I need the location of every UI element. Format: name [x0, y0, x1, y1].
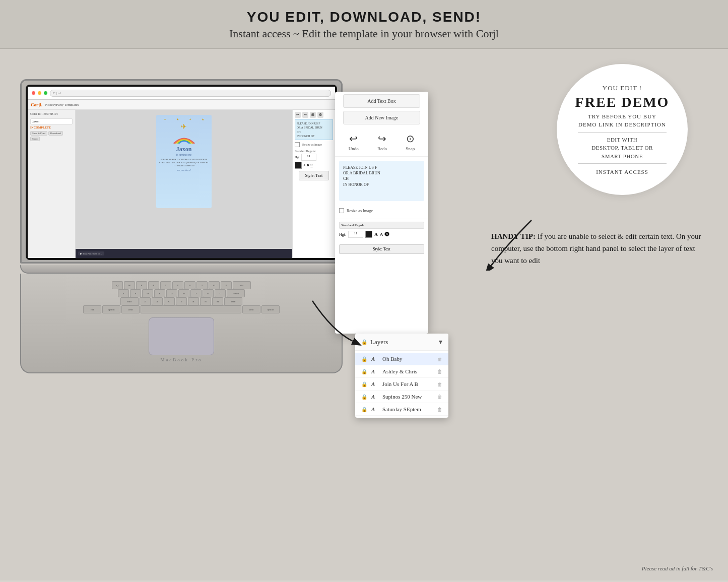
key-g[interactable]: G	[166, 289, 177, 297]
key-k[interactable]: K	[203, 289, 214, 297]
trackpad[interactable]	[149, 317, 214, 355]
key-alt-r[interactable]: option	[261, 305, 280, 313]
layer-delete-icon[interactable]: 🗑	[437, 394, 442, 400]
save-btn[interactable]: Save & Print	[30, 131, 47, 136]
size-input-field[interactable]: 11	[301, 154, 316, 161]
redo-tool[interactable]: ↪ Redo	[377, 133, 387, 151]
key-o[interactable]: O	[209, 281, 220, 289]
key-j[interactable]: J	[190, 289, 202, 297]
layer-lock-icon: 🔒	[361, 394, 367, 400]
key-ctrl[interactable]: ctrl	[83, 305, 101, 313]
taskbar: ▶ You Paste text or ...	[76, 249, 292, 258]
card-stars-row: ✦★✦★	[159, 117, 209, 121]
key-r[interactable]: R	[148, 281, 159, 289]
laptop-mockup: C | rd Corjl. NooceyParty Templates Orde…	[20, 79, 343, 373]
add-text-box-btn[interactable]: Add Text Box	[343, 94, 420, 108]
key-l[interactable]: L	[215, 289, 226, 297]
kb-row-4: ctrl option cmd cmd option	[36, 305, 326, 313]
layers-chevron[interactable]: ▾	[439, 338, 442, 346]
key-u[interactable]: U	[184, 281, 195, 289]
instant-access-text: INSTANT ACCESS	[596, 169, 648, 175]
resize-checkbox[interactable]	[295, 142, 300, 147]
undo-icon[interactable]: ↩	[295, 112, 301, 118]
divider-1	[578, 132, 667, 133]
key-d[interactable]: D	[142, 289, 153, 297]
order-id: Order Id: 150975B194	[30, 112, 73, 115]
key-f[interactable]: F	[154, 289, 165, 297]
laptop-hinge	[20, 265, 343, 274]
layer-delete-icon[interactable]: 🗑	[437, 356, 442, 362]
settings-icon[interactable]: ⚙	[317, 112, 323, 118]
format-A[interactable]: A	[374, 232, 378, 237]
close-dot	[32, 91, 35, 95]
resize-as-image-checkbox[interactable]	[339, 208, 344, 213]
divider-2	[578, 163, 667, 164]
key-h[interactable]: H	[178, 289, 189, 297]
color-swatch[interactable]	[295, 162, 302, 169]
key-s[interactable]: S	[130, 289, 141, 297]
format-As[interactable]: 🅐	[385, 232, 389, 237]
layer-item-4[interactable]: 🔒 A Saturday SEptem 🗑	[355, 403, 448, 416]
layer-item-1[interactable]: 🔒 A Ashley & Chris 🗑	[355, 365, 448, 378]
style-text-btn-mobile[interactable]: Style: Text	[339, 244, 424, 254]
layer-lock-icon: 🔒	[361, 369, 367, 374]
key-q[interactable]: Q	[112, 281, 123, 289]
layer-item-2[interactable]: 🔒 A Join Us For A B 🗑	[355, 378, 448, 391]
key-shift-l[interactable]: shift	[120, 297, 139, 305]
key-i[interactable]: I	[196, 281, 208, 289]
add-new-image-btn[interactable]: Add New Image	[343, 111, 420, 124]
key-e[interactable]: E	[136, 281, 147, 289]
download-btn[interactable]: Download	[48, 131, 63, 136]
key-m[interactable]: M	[212, 297, 223, 305]
resize-as-image-label: Resize as Image	[347, 209, 373, 213]
key-v[interactable]: V	[176, 297, 187, 305]
url-bar[interactable]: C | rd	[50, 90, 331, 97]
key-t[interactable]: T	[160, 281, 171, 289]
kb-row-3: shift Z X C V B N M shift	[36, 297, 326, 305]
key-a[interactable]: A	[118, 289, 129, 297]
key-cmd[interactable]: cmd	[121, 305, 140, 313]
key-space[interactable]	[141, 305, 241, 313]
redo-icon[interactable]: ↪	[302, 112, 308, 118]
key-delete[interactable]: del	[233, 281, 251, 289]
laptop-lid: C | rd Corjl. NooceyParty Templates Orde…	[20, 79, 343, 264]
key-y[interactable]: Y	[172, 281, 183, 289]
key-c[interactable]: C	[164, 297, 175, 305]
key-shift-r[interactable]: shift	[224, 297, 242, 305]
key-b[interactable]: B	[188, 297, 199, 305]
bold-btn[interactable]: B	[307, 164, 309, 167]
taskbar-item[interactable]: ▶ You Paste text or ...	[78, 251, 104, 255]
key-n[interactable]: N	[200, 297, 211, 305]
crop-icon[interactable]: ⊞	[310, 112, 316, 118]
card-subtitle: is turning one	[159, 153, 209, 156]
card-details: PLEASE JOIN US TO CELEBRATE SATURDAY MAY…	[159, 158, 209, 167]
height-input[interactable]: 11	[348, 231, 363, 238]
layer-lock-icon: 🔒	[361, 407, 367, 412]
key-w[interactable]: W	[124, 281, 135, 289]
text-color-swatch[interactable]	[365, 231, 372, 238]
field-name[interactable]: Jaxon	[30, 118, 73, 124]
layer-delete-icon[interactable]: 🗑	[437, 381, 442, 387]
underline-btn[interactable]: U	[310, 164, 312, 167]
undo-tool[interactable]: ↩ Undo	[349, 133, 359, 151]
resize-option: Resize as Image	[295, 142, 333, 147]
layer-item-3[interactable]: 🔒 A Supinos 250 New 🗑	[355, 391, 448, 403]
font-select-label: Standard Regular	[295, 150, 333, 153]
snap-tool[interactable]: ⊙ Snap	[406, 133, 415, 151]
style-text-btn[interactable]: Style: Text	[299, 171, 329, 180]
arrow-svg-1	[302, 291, 363, 351]
layer-delete-icon[interactable]: 🗑	[437, 369, 442, 374]
key-p[interactable]: P	[221, 281, 232, 289]
key-z[interactable]: Z	[140, 297, 151, 305]
format-A2[interactable]: A	[380, 232, 383, 237]
share-btn[interactable]: Share	[30, 137, 40, 141]
layer-item-0[interactable]: 🔒 A Oh Baby 🗑	[355, 353, 448, 365]
key-x[interactable]: X	[152, 297, 163, 305]
key-return[interactable]: return	[227, 289, 245, 297]
keyboard-area: Q W E R T Y U I O P del A S D F G H J K	[20, 274, 343, 373]
key-cmd-r[interactable]: cmd	[242, 305, 260, 313]
macbook-label: MacBook Pro	[36, 357, 326, 362]
font-select-dropdown[interactable]: Standard Regular	[339, 222, 424, 229]
key-alt[interactable]: option	[102, 305, 120, 313]
layer-delete-icon[interactable]: 🗑	[437, 407, 442, 412]
